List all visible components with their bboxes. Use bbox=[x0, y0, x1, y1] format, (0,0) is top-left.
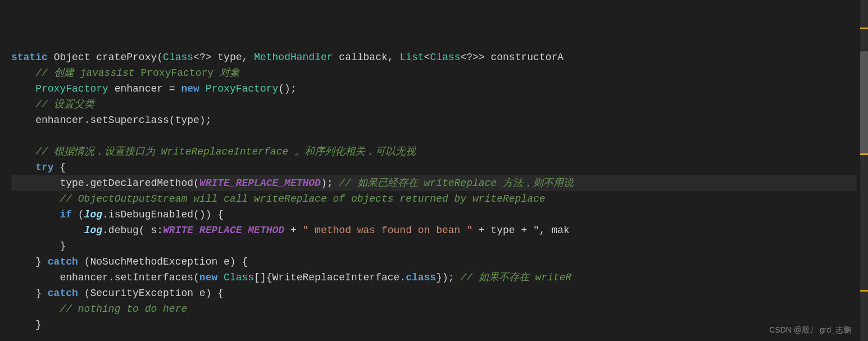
code-token: " method was found on bean " bbox=[303, 225, 472, 236]
scrollbar-marker-2 bbox=[860, 153, 868, 155]
code-line: } catch (SecurityException e) { bbox=[11, 285, 857, 301]
scrollbar-marker-3 bbox=[860, 290, 868, 292]
code-line: log.debug( s:WRITE_REPLACE_METHOD + " me… bbox=[11, 222, 857, 238]
code-token: }); bbox=[436, 272, 460, 283]
code-token: Class bbox=[224, 272, 254, 283]
code-token: ProxyFactory bbox=[206, 83, 279, 94]
scrollbar-thumb[interactable] bbox=[860, 51, 868, 153]
code-token: type.getDeclaredMethod( bbox=[11, 178, 199, 189]
code-line: } catch (NoSuchMethodException e) { bbox=[11, 254, 857, 270]
code-token: MethodHandler bbox=[254, 52, 333, 63]
code-token: <?> type, bbox=[193, 52, 254, 63]
code-token: Class bbox=[430, 52, 460, 63]
code-token: + type + ", mak bbox=[472, 225, 570, 236]
code-token: crateProxy( bbox=[96, 52, 163, 63]
code-token: Object bbox=[54, 52, 97, 63]
code-token: catch bbox=[48, 288, 78, 299]
code-token: 方法，则不用说 bbox=[497, 178, 574, 189]
code-token: writeReplace bbox=[424, 178, 497, 189]
code-token: // 如果不存在 writeR bbox=[460, 272, 571, 283]
code-token: static bbox=[11, 52, 54, 63]
code-token: enhancer.setInterfaces( bbox=[11, 272, 199, 283]
code-token: 对象 bbox=[213, 67, 240, 79]
code-line: // ObjectOutputStream will call writeRep… bbox=[11, 191, 857, 207]
code-line: // 设置父类 bbox=[11, 97, 857, 112]
code-token: ProxyFactory bbox=[140, 67, 213, 79]
code-token bbox=[11, 162, 35, 173]
code-token: class bbox=[406, 272, 436, 283]
code-line: enhancer.setInterfaces(new Class[]{Write… bbox=[11, 270, 857, 285]
watermark: CSDN @殷丿 grd_志鹏 bbox=[769, 324, 851, 337]
code-token: try bbox=[35, 162, 53, 173]
code-token: callback, bbox=[333, 52, 400, 63]
code-token: WriteReplaceInterface bbox=[161, 146, 288, 157]
code-token: WRITE_REPLACE_METHOD bbox=[163, 225, 284, 236]
code-token bbox=[11, 209, 60, 220]
code-line: type.getDeclaredMethod(WRITE_REPLACE_MET… bbox=[11, 175, 857, 191]
code-token: log bbox=[84, 209, 102, 220]
code-line bbox=[11, 128, 857, 144]
code-token: (); bbox=[278, 83, 296, 94]
code-token: if bbox=[60, 209, 72, 220]
code-line: // 创建 javassist ProxyFactory 对象 bbox=[11, 65, 857, 81]
code-line: ProxyFactory enhancer = new ProxyFactory… bbox=[11, 81, 857, 97]
code-token: List bbox=[399, 52, 424, 63]
code-token: // ObjectOutputStream will call writeRep… bbox=[11, 193, 546, 204]
code-token: WRITE_REPLACE_METHOD bbox=[199, 178, 321, 189]
code-token: } bbox=[11, 288, 48, 299]
code-line: try { bbox=[11, 160, 857, 175]
code-token: enhancer = bbox=[108, 83, 181, 94]
code-token: catch bbox=[48, 256, 78, 267]
code-token: } bbox=[11, 240, 66, 252]
code-token: <?>> constructorA bbox=[460, 52, 563, 63]
code-token: { bbox=[54, 162, 66, 173]
code-line: enhancer.setSuperclass(type); bbox=[11, 112, 857, 128]
code-line: static Object crateProxy(Class<?> type, … bbox=[11, 49, 857, 65]
code-token: ); bbox=[321, 178, 339, 189]
code-token: // 如果已经存在 bbox=[339, 178, 424, 189]
code-token: .debug( s: bbox=[102, 225, 163, 236]
code-token: (SecurityException e) { bbox=[78, 288, 224, 299]
code-token: } bbox=[11, 319, 42, 330]
code-token: < bbox=[424, 52, 430, 63]
code-token: .isDebugEnabled()) { bbox=[102, 209, 224, 220]
code-editor: static Object crateProxy(Class<?> type, … bbox=[0, 0, 868, 341]
code-token bbox=[11, 83, 35, 94]
code-line: } bbox=[11, 317, 857, 333]
code-token: enhancer.setSuperclass(type); bbox=[11, 115, 211, 126]
code-line: // 根据情况，设置接口为 WriteReplaceInterface 。和序列… bbox=[11, 144, 857, 160]
code-token: } bbox=[11, 256, 48, 267]
code-token: new bbox=[199, 272, 224, 283]
code-line: if (log.isDebugEnabled()) { bbox=[11, 207, 857, 222]
code-token: new bbox=[181, 83, 205, 94]
code-token: ProxyFactory bbox=[35, 83, 108, 94]
scrollbar[interactable] bbox=[860, 0, 868, 341]
code-line: // nothing to do here bbox=[11, 301, 857, 317]
scrollbar-marker-1 bbox=[860, 28, 868, 29]
code-token: (NoSuchMethodException e) { bbox=[78, 256, 248, 267]
code-token: Class bbox=[163, 52, 193, 63]
code-token: 。和序列化相关，可以无视 bbox=[288, 146, 416, 157]
code-token: ( bbox=[72, 209, 84, 220]
code-token: log bbox=[84, 225, 102, 236]
code-token: // 根据情况，设置接口为 bbox=[11, 146, 161, 157]
code-content: static Object crateProxy(Class<?> type, … bbox=[0, 0, 868, 338]
code-token: // 创建 javassist bbox=[11, 67, 140, 79]
code-token bbox=[11, 225, 84, 236]
code-token: // nothing to do here bbox=[11, 303, 187, 315]
code-line: } bbox=[11, 238, 857, 254]
code-token: // 设置父类 bbox=[11, 99, 94, 110]
code-token: []{WriteReplaceInterface. bbox=[254, 272, 406, 283]
code-token: + bbox=[284, 225, 302, 236]
